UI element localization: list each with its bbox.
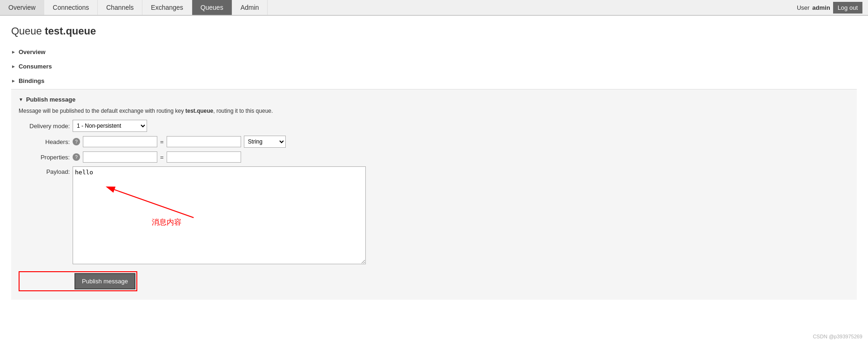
nav-channels[interactable]: Channels <box>98 0 142 15</box>
headers-type-select[interactable]: String Byte array <box>244 136 286 148</box>
nav-queues[interactable]: Queues <box>192 0 232 15</box>
publish-message-section: ▼ Publish message Message will be publis… <box>11 89 857 300</box>
nav-overview[interactable]: Overview <box>0 0 44 15</box>
properties-value-input[interactable] <box>167 151 241 163</box>
publish-message-button[interactable]: Publish message <box>74 273 135 289</box>
chevron-down-icon: ▼ <box>19 97 23 102</box>
overview-section: ► Overview <box>11 46 857 58</box>
equals-sign: = <box>160 138 164 145</box>
chevron-right-icon: ► <box>11 78 16 83</box>
payload-container: hello 消息内容 <box>73 166 366 266</box>
publish-info-text: Message will be published to the default… <box>19 108 849 114</box>
bindings-section-header[interactable]: ► Bindings <box>11 75 857 87</box>
properties-row: Properties: ? = <box>19 151 849 163</box>
delivery-mode-select[interactable]: 1 - Non-persistent 2 - Persistent <box>73 120 147 132</box>
username: admin <box>812 4 830 11</box>
overview-section-header[interactable]: ► Overview <box>11 46 857 58</box>
headers-label: Headers: <box>19 138 70 145</box>
delivery-mode-label: Delivery mode: <box>19 123 70 130</box>
delivery-mode-row: Delivery mode: 1 - Non-persistent 2 - Pe… <box>19 120 849 132</box>
publish-button-highlight: Publish message <box>19 271 137 291</box>
user-label: User <box>797 4 809 11</box>
top-navigation: Overview Connections Channels Exchanges … <box>0 0 868 16</box>
consumers-section-header[interactable]: ► Consumers <box>11 60 857 73</box>
publish-btn-container: Publish message <box>19 271 849 291</box>
headers-value-input[interactable] <box>167 136 241 147</box>
consumers-label: Consumers <box>19 63 52 70</box>
logout-button[interactable]: Log out <box>833 2 862 14</box>
publish-section-label: Publish message <box>26 96 75 103</box>
publish-section-header[interactable]: ▼ Publish message <box>19 96 849 103</box>
nav-exchanges[interactable]: Exchanges <box>142 0 192 15</box>
headers-row: Headers: ? = String Byte array <box>19 136 849 148</box>
headers-key-input[interactable] <box>83 136 157 147</box>
routing-key: test.queue <box>185 108 213 114</box>
overview-label: Overview <box>19 48 46 55</box>
bindings-section: ► Bindings <box>11 75 857 87</box>
chevron-right-icon: ► <box>11 49 16 55</box>
page-content: Queue test.queue ► Overview ► Consumers … <box>0 16 868 313</box>
chevron-right-icon: ► <box>11 64 16 69</box>
properties-help-icon[interactable]: ? <box>73 153 80 161</box>
properties-label: Properties: <box>19 154 70 161</box>
headers-help-icon[interactable]: ? <box>73 138 80 145</box>
user-info: User admin Log out <box>791 0 868 15</box>
page-title: Queue test.queue <box>11 25 857 37</box>
payload-textarea[interactable]: hello <box>73 166 366 264</box>
properties-key-input[interactable] <box>83 151 157 163</box>
nav-connections[interactable]: Connections <box>44 0 98 15</box>
bindings-label: Bindings <box>19 77 45 84</box>
nav-admin[interactable]: Admin <box>232 0 268 15</box>
consumers-section: ► Consumers <box>11 60 857 73</box>
payload-label: Payload: <box>19 166 70 175</box>
payload-row: Payload: hello 消息内容 <box>19 166 849 266</box>
equals-sign-2: = <box>160 154 164 161</box>
